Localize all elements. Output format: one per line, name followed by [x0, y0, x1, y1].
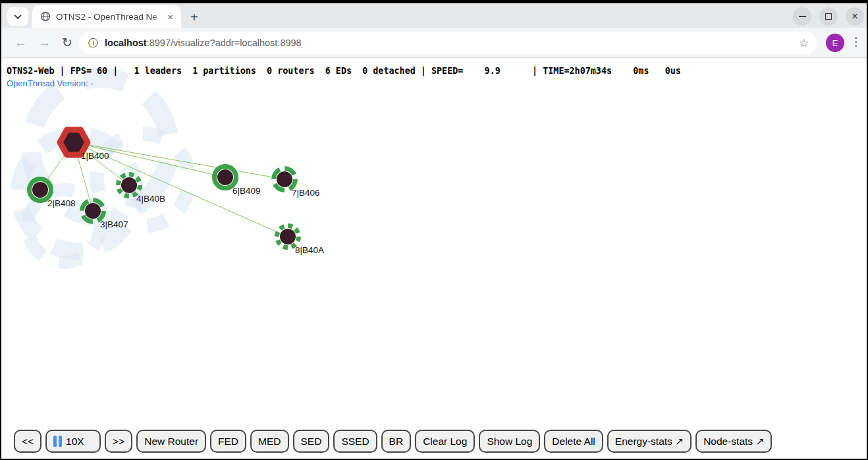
- close-icon: ×: [852, 11, 857, 22]
- button-label: SED: [301, 436, 322, 447]
- fed-button[interactable]: FED: [210, 430, 246, 453]
- back-button[interactable]: ←: [14, 36, 27, 50]
- browser-window: OTNS2 - OpenThread Ne × + × ← → ↻ ⓘ loca…: [0, 0, 868, 460]
- chevron-down-icon: [14, 12, 21, 19]
- sed-button[interactable]: SED: [293, 430, 330, 453]
- node-body: [85, 203, 101, 219]
- new-router-button[interactable]: New Router: [136, 430, 206, 453]
- browser-menu-icon[interactable]: ⋮: [850, 35, 861, 49]
- simulation-controls: <<10X>>New RouterFEDMEDSEDSSEDBRClear Lo…: [14, 430, 772, 453]
- browser-toolbar: ← → ↻ ⓘ localhost:8997/visualize?addr=lo…: [1, 28, 867, 58]
- button-label: Delete All: [552, 436, 595, 447]
- button-label: New Router: [144, 436, 198, 447]
- node-label: 2|B408: [47, 198, 76, 208]
- button-label: Energy-stats ↗: [615, 436, 684, 447]
- close-button[interactable]: ×: [846, 7, 864, 26]
- tab-strip: OTNS2 - OpenThread Ne × + ×: [1, 1, 867, 28]
- page-content: 1|B4002|B4083|B4074|B40B6|B4097|B4068|B4…: [1, 58, 867, 459]
- button-label: Show Log: [487, 436, 532, 447]
- info-icon[interactable]: ⓘ: [88, 37, 98, 49]
- network-canvas[interactable]: 1|B4002|B4083|B4074|B40B6|B4097|B4068|B4…: [1, 58, 867, 458]
- tab-search-button[interactable]: [7, 7, 28, 26]
- node-body: [32, 182, 48, 198]
- url-text[interactable]: localhost:8997/visualize?addr=localhost:…: [105, 38, 799, 48]
- globe-icon: [40, 11, 51, 22]
- node-stats-button[interactable]: Node-stats ↗: [695, 430, 772, 453]
- openthread-version-link[interactable]: OpenThread Version: -: [7, 78, 94, 88]
- forward-button[interactable]: →: [38, 36, 51, 50]
- window-inner: OTNS2 - OpenThread Ne × + × ← → ↻ ⓘ loca…: [1, 1, 867, 459]
- address-bar[interactable]: ⓘ localhost:8997/visualize?addr=localhos…: [79, 32, 817, 54]
- med-button[interactable]: MED: [250, 430, 288, 453]
- button-label: Node-stats ↗: [703, 436, 764, 447]
- node-label: 3|B407: [100, 219, 128, 229]
- maximize-button[interactable]: [819, 7, 838, 26]
- delete-all-button[interactable]: Delete All: [544, 430, 603, 453]
- new-tab-button[interactable]: +: [190, 11, 198, 24]
- button-label: <<: [22, 436, 34, 447]
- url-host: localhost: [105, 38, 147, 48]
- node-label: 4|B40B: [136, 194, 165, 204]
- step-back-button[interactable]: <<: [14, 430, 41, 453]
- node-body: [121, 177, 137, 193]
- simulation-status-bar: OTNS2-Web | FPS= 60 | 1 leaders 1 partit…: [7, 66, 681, 76]
- maximize-icon: [825, 13, 832, 20]
- tab-title: OTNS2 - OpenThread Ne: [56, 12, 165, 22]
- pause-icon: [53, 436, 62, 447]
- button-label: >>: [113, 436, 124, 447]
- node-label: 7|B406: [292, 188, 320, 198]
- node-body: [280, 229, 296, 244]
- browser-tab[interactable]: OTNS2 - OpenThread Ne ×: [32, 5, 181, 28]
- button-label: MED: [258, 436, 281, 447]
- node-label: 6|B409: [232, 186, 261, 196]
- node-7-b406[interactable]: 7|B406: [274, 169, 320, 198]
- window-controls: ×: [793, 7, 864, 26]
- minimize-button[interactable]: [793, 7, 811, 26]
- clear-log-button[interactable]: Clear Log: [415, 430, 475, 453]
- tab-close-icon[interactable]: ×: [165, 11, 176, 22]
- node-body: [217, 169, 233, 185]
- button-label: 10X: [66, 436, 84, 447]
- profile-avatar[interactable]: E: [826, 34, 844, 52]
- show-log-button[interactable]: Show Log: [479, 430, 540, 453]
- button-label: BR: [389, 436, 404, 447]
- speed-button[interactable]: 10X: [45, 430, 101, 453]
- br-button[interactable]: BR: [381, 430, 412, 453]
- button-label: Clear Log: [423, 436, 467, 447]
- bookmark-star-icon[interactable]: ☆: [799, 36, 809, 50]
- step-forward-button[interactable]: >>: [105, 430, 132, 453]
- node-8-b40a[interactable]: 8|B40A: [277, 226, 325, 256]
- link-edge: [74, 142, 285, 179]
- ssed-button[interactable]: SSED: [333, 430, 377, 453]
- node-body: [277, 171, 292, 187]
- reload-button[interactable]: ↻: [62, 35, 72, 50]
- node-label: 1|B400: [81, 151, 109, 161]
- node-label: 8|B40A: [295, 245, 324, 255]
- energy-stats-button[interactable]: Energy-stats ↗: [607, 430, 692, 453]
- button-label: FED: [218, 436, 238, 447]
- minimize-icon: [799, 16, 806, 17]
- url-path: :8997/visualize?addr=localhost:8998: [147, 38, 302, 48]
- button-label: SSED: [341, 436, 369, 447]
